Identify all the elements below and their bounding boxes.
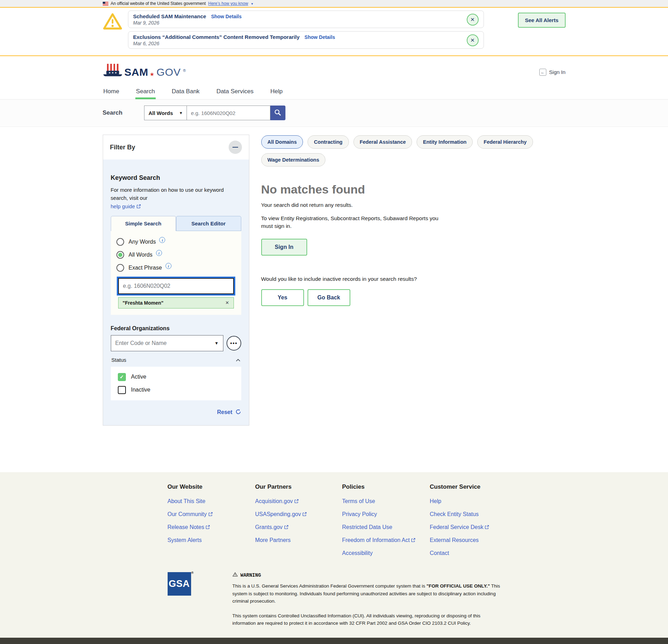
- chip-remove-icon[interactable]: ✕: [225, 300, 229, 305]
- gov-banner: An official website of the United States…: [0, 0, 668, 8]
- gsa-registered-mark: ®: [191, 571, 194, 575]
- footer-link-federal-service-desk[interactable]: Federal Service Desk: [430, 524, 501, 530]
- domain-chip-contracting[interactable]: Contracting: [308, 135, 349, 149]
- sign-in-arrow-icon: ←: [539, 69, 546, 76]
- logo-gov-text: GOV: [156, 66, 181, 78]
- warning-paragraph-2: This system contains Controlled Unclassi…: [232, 612, 501, 627]
- footer-link-system-alerts[interactable]: System Alerts: [168, 537, 255, 543]
- status-label: Status: [112, 357, 127, 363]
- checkbox-checked-icon: ✓: [118, 373, 126, 381]
- collapse-filters-button[interactable]: [229, 141, 242, 154]
- footer-column-customer-service: Customer Service Help Check Entity Statu…: [430, 483, 501, 563]
- checkbox-active-row[interactable]: ✓ Active: [118, 373, 234, 381]
- keyword-search-input[interactable]: [118, 278, 234, 294]
- footer-link-about-this-site[interactable]: About This Site: [168, 498, 255, 504]
- svg-text:★ ★ ★: ★ ★ ★: [108, 71, 117, 74]
- radio-all-words[interactable]: [116, 251, 124, 259]
- domain-chip-entity-information[interactable]: Entity Information: [417, 135, 473, 149]
- alert-title: Scheduled SAM Maintenance: [133, 13, 206, 19]
- main-content: Filter By Keyword Search For more inform…: [0, 127, 668, 472]
- filter-panel-title: Filter By: [110, 144, 135, 151]
- us-flag-icon: [103, 2, 108, 6]
- external-link-icon: [410, 537, 416, 543]
- domain-chip-all-domains[interactable]: All Domains: [261, 135, 303, 149]
- footer-link-contact[interactable]: Contact: [430, 550, 501, 556]
- show-details-link[interactable]: Show Details: [211, 14, 242, 19]
- info-icon[interactable]: i: [156, 250, 162, 256]
- results-sign-in-button[interactable]: Sign In: [261, 239, 307, 256]
- yes-button[interactable]: Yes: [261, 289, 304, 306]
- footer-link-accessibility[interactable]: Accessibility: [342, 550, 430, 556]
- nav-item-search[interactable]: Search: [135, 84, 156, 99]
- warning-block: WARNING This is a U.S. General Services …: [232, 572, 501, 627]
- header-sign-in[interactable]: ← Sign In: [539, 69, 566, 76]
- nav-item-help[interactable]: Help: [270, 84, 283, 99]
- see-all-alerts-button[interactable]: See All Alerts: [518, 13, 566, 28]
- footer-link-foia[interactable]: Freedom of Information Act: [342, 537, 430, 543]
- keyword-info-text: For more information on how to use our k…: [111, 187, 224, 201]
- domain-chip-federal-hierarchy[interactable]: Federal Hierarchy: [477, 135, 533, 149]
- domain-chip-wage-determinations[interactable]: Wage Determinations: [261, 153, 326, 167]
- search-band: Search All Words ▼: [0, 100, 668, 127]
- footer-link-help[interactable]: Help: [430, 498, 501, 504]
- checkbox-inactive-row[interactable]: Inactive: [118, 386, 234, 394]
- footer-link-external-resources[interactable]: External Resources: [430, 537, 501, 543]
- federal-organizations-heading: Federal Organizations: [111, 325, 241, 332]
- external-link-icon: [135, 203, 141, 209]
- footer-column-policies: Policies Terms of Use Privacy Policy Res…: [342, 483, 430, 563]
- radio-all-words-label: All Words: [129, 252, 153, 258]
- footer-link-grants-gov[interactable]: Grants.gov: [255, 524, 342, 530]
- how-you-know-link[interactable]: Here’s how you know: [208, 1, 248, 6]
- search-mode-select[interactable]: All Words ▼: [144, 106, 187, 120]
- no-matches-heading: No matches found: [261, 183, 566, 196]
- checkbox-inactive-label: Inactive: [131, 387, 150, 393]
- radio-exact-phrase[interactable]: [116, 264, 124, 272]
- sign-in-notice-text: To view Entity Registrations, Subcontrac…: [261, 215, 447, 230]
- main-nav: Home Search Data Bank Data Services Help: [0, 84, 668, 100]
- footer-link-usaspending-gov[interactable]: USASpending.gov: [255, 511, 342, 517]
- include-inactive-question: Would you like to include inactive recor…: [261, 276, 566, 282]
- nav-item-home[interactable]: Home: [103, 84, 120, 99]
- footer-link-more-partners[interactable]: More Partners: [255, 537, 342, 543]
- sam-gov-logo[interactable]: ★ ★ ★ SAM★GOV®: [103, 63, 186, 81]
- reset-filters-link[interactable]: Reset: [217, 409, 232, 415]
- footer-link-privacy-policy[interactable]: Privacy Policy: [342, 511, 430, 517]
- domain-chip-federal-assistance[interactable]: Federal Assistance: [353, 135, 412, 149]
- keyword-chip: "Freshta Momen" ✕: [118, 297, 234, 309]
- chevron-up-icon: [236, 357, 241, 363]
- nav-item-data-bank[interactable]: Data Bank: [171, 84, 200, 99]
- footer-column-our-partners: Our Partners Acquisition.gov USASpending…: [255, 483, 342, 563]
- federal-org-select[interactable]: Enter Code or Name ▼: [111, 335, 223, 351]
- info-icon[interactable]: i: [159, 237, 165, 243]
- footer-link-terms-of-use[interactable]: Terms of Use: [342, 498, 430, 504]
- footer-heading: Our Partners: [255, 483, 342, 490]
- close-icon[interactable]: ✕: [467, 34, 479, 46]
- show-details-link[interactable]: Show Details: [304, 34, 335, 40]
- global-search-input[interactable]: [187, 106, 270, 120]
- footer-link-acquisition-gov[interactable]: Acquisition.gov: [255, 498, 342, 504]
- status-section-toggle[interactable]: Status: [111, 357, 241, 363]
- logo-star: ★: [150, 71, 154, 77]
- footer-link-check-entity-status[interactable]: Check Entity Status: [430, 511, 501, 517]
- go-back-button[interactable]: Go Back: [308, 289, 350, 306]
- footer-link-restricted-data-use[interactable]: Restricted Data Use: [342, 524, 430, 530]
- close-icon[interactable]: ✕: [467, 14, 479, 26]
- minus-icon: [232, 147, 238, 148]
- footer-link-our-community[interactable]: Our Community: [168, 511, 255, 517]
- more-options-button[interactable]: ●●●: [227, 336, 241, 351]
- radio-any-words[interactable]: [116, 238, 124, 246]
- search-submit-button[interactable]: [270, 106, 285, 120]
- help-guide-link[interactable]: help guide: [111, 203, 135, 209]
- nav-item-data-services[interactable]: Data Services: [216, 84, 254, 99]
- tab-simple-search[interactable]: Simple Search: [111, 216, 176, 231]
- footer-heading: Our Website: [168, 483, 255, 490]
- info-icon[interactable]: i: [166, 263, 171, 269]
- gov-banner-text: An official website of the United States…: [111, 1, 206, 6]
- tab-search-editor[interactable]: Search Editor: [176, 216, 241, 231]
- footer-link-release-notes[interactable]: Release Notes: [168, 524, 255, 530]
- radio-exact-phrase-label: Exact Phrase: [129, 265, 162, 271]
- sign-in-label: Sign In: [549, 69, 566, 75]
- search-icon: [274, 109, 282, 117]
- external-link-icon: [204, 524, 210, 530]
- status-options: ✓ Active Inactive: [111, 367, 241, 400]
